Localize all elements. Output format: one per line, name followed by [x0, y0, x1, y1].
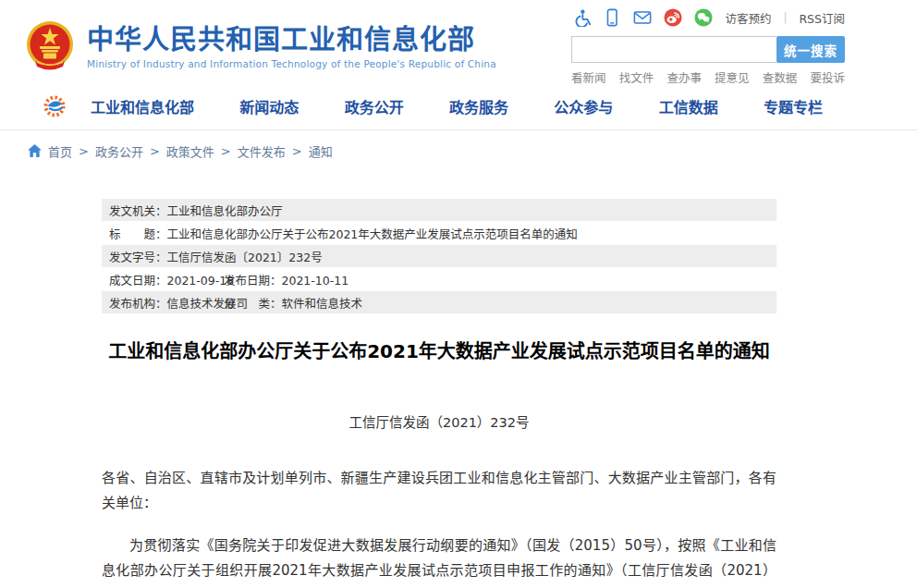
nav-item-gov-affairs[interactable]: 政务公开: [345, 95, 404, 117]
ministry-name-en: Ministry of Industry and Information Tec…: [87, 58, 496, 69]
document-meta-table: 发文机关：工业和信息化部办公厅 标 题：工业和信息化部办公厅关于公布2021年大…: [102, 199, 776, 313]
header-utilities: 访客预约 | RSS订阅 统一搜索 看新闻 找文件 查办事 提意见 查数据 要投…: [571, 6, 845, 86]
meta-cell: 成文日期：2021-09-18: [109, 271, 224, 288]
meta-label: 成文日期：: [109, 274, 167, 288]
brand-text: 中华人民共和国工业和信息化部 Ministry of Industry and …: [87, 24, 496, 69]
search-bar: 统一搜索: [571, 36, 845, 63]
meta-row-publisher-category: 发布机构：信息技术发展司 分 类：软件和信息技术: [102, 291, 776, 313]
main-nav: 工业和信息化部 新闻动态 政务公开 政务服务 公众参与 工信数据 专题专栏: [0, 83, 917, 130]
nav-item-miit-data[interactable]: 工信数据: [659, 95, 718, 117]
meta-row-title: 标 题：工业和信息化部办公厅关于公布2021年大数据产业发展试点示范项目名单的通…: [102, 222, 776, 244]
quick-link-services[interactable]: 查办事: [666, 68, 702, 86]
breadcrumb-separator: >: [150, 144, 160, 158]
meta-label: 发文字号：: [109, 248, 167, 265]
meta-row-doc-number: 发文字号：工信厅信发函〔2021〕232号: [102, 245, 776, 267]
quick-link-news[interactable]: 看新闻: [571, 68, 606, 86]
breadcrumb-notice[interactable]: 通知: [309, 142, 333, 160]
meta-row-dates: 成文日期：2021-09-18 发布日期：2021-10-11: [102, 268, 776, 290]
nav-item-gov-services[interactable]: 政务服务: [449, 95, 508, 117]
nav-item-special-topics[interactable]: 专题专栏: [764, 95, 823, 117]
breadcrumb-gov-affairs[interactable]: 政务公开: [95, 142, 143, 160]
accessibility-icon[interactable]: [572, 8, 591, 27]
document-number: 工信厅信发函（2021）232号: [102, 411, 776, 431]
meta-value: 工业和信息化部办公厅关于公布2021年大数据产业发展试点示范项目名单的通知: [167, 225, 578, 242]
gov-e-logo-icon: [43, 93, 68, 119]
unified-search-button[interactable]: 统一搜索: [776, 36, 845, 63]
quick-links-row: 看新闻 找文件 查办事 提意见 查数据 要投诉: [571, 68, 845, 86]
home-icon[interactable]: [28, 144, 42, 157]
quick-link-suggest[interactable]: 提意见: [715, 68, 750, 86]
site-brand[interactable]: 中华人民共和国工业和信息化部 Ministry of Industry and …: [26, 20, 496, 72]
meta-value: 软件和信息技术: [282, 297, 363, 311]
nav-item-ministry[interactable]: 工业和信息化部: [91, 95, 194, 117]
search-input[interactable]: [571, 36, 776, 63]
meta-label: 分 类：: [224, 297, 282, 311]
breadcrumb-separator: >: [221, 144, 231, 158]
meta-row-issuing-agency: 发文机关：工业和信息化部办公厅: [102, 199, 776, 221]
meta-label: 标 题：: [109, 225, 167, 242]
document-title: 工业和信息化部办公厅关于公布2021年大数据产业发展试点示范项目名单的通知: [102, 337, 776, 365]
site-header: 中华人民共和国工业和信息化部 Ministry of Industry and …: [0, 0, 917, 83]
mail-icon[interactable]: [633, 8, 652, 27]
wechat-icon[interactable]: [694, 8, 713, 27]
breadcrumb-policy-files[interactable]: 政策文件: [166, 142, 214, 160]
breadcrumb-separator: >: [292, 144, 302, 158]
document-paragraph-body: 为贯彻落实《国务院关于印发促进大数据发展行动纲要的通知》（国发（2015）50号…: [102, 533, 776, 588]
meta-value: 2021-10-11: [282, 274, 349, 288]
national-emblem-icon: [26, 20, 74, 72]
document-paragraph-salutation: 各省、自治区、直辖市及计划单列市、新疆生产建设兵团工业和信息化主管部门、大数据产…: [102, 466, 776, 516]
nav-item-public-participation[interactable]: 公众参与: [554, 95, 613, 117]
quick-link-files[interactable]: 找文件: [619, 68, 654, 86]
visitor-appointment-link[interactable]: 访客预约: [725, 9, 771, 27]
utility-divider: |: [783, 11, 787, 24]
meta-label: 发布日期：: [224, 274, 282, 288]
meta-label: 发文机关：: [109, 202, 167, 219]
breadcrumb-separator: >: [79, 144, 89, 158]
weibo-icon[interactable]: [664, 8, 682, 27]
mobile-icon[interactable]: [603, 8, 621, 27]
meta-label: 发布机构：: [109, 297, 167, 311]
ministry-name-cn: 中华人民共和国工业和信息化部: [87, 24, 496, 55]
document-content: 发文机关：工业和信息化部办公厅 标 题：工业和信息化部办公厅关于公布2021年大…: [102, 199, 776, 588]
breadcrumb: 首页 > 政务公开 > 政策文件 > 文件发布 > 通知: [0, 130, 917, 171]
rss-subscribe-link[interactable]: RSS订阅: [799, 9, 845, 27]
meta-value: 工信厅信发函〔2021〕232号: [167, 248, 323, 265]
page: 中华人民共和国工业和信息化部 Ministry of Industry and …: [0, 0, 917, 588]
quick-link-data[interactable]: 查数据: [763, 68, 798, 86]
meta-cell: 发布日期：2021-10-11: [224, 271, 348, 288]
nav-item-news[interactable]: 新闻动态: [239, 95, 299, 117]
quick-link-complain[interactable]: 要投诉: [810, 68, 845, 86]
meta-value: 工业和信息化部办公厅: [167, 202, 283, 219]
meta-cell: 分 类：软件和信息技术: [224, 294, 362, 312]
nav-items: 工业和信息化部 新闻动态 政务公开 政务服务 公众参与 工信数据 专题专栏: [91, 95, 823, 117]
utility-links-row: 访客预约 | RSS订阅: [571, 6, 845, 30]
meta-cell: 发布机构：信息技术发展司: [109, 294, 224, 312]
breadcrumb-file-release[interactable]: 文件发布: [238, 142, 286, 160]
breadcrumb-home[interactable]: 首页: [48, 142, 72, 160]
